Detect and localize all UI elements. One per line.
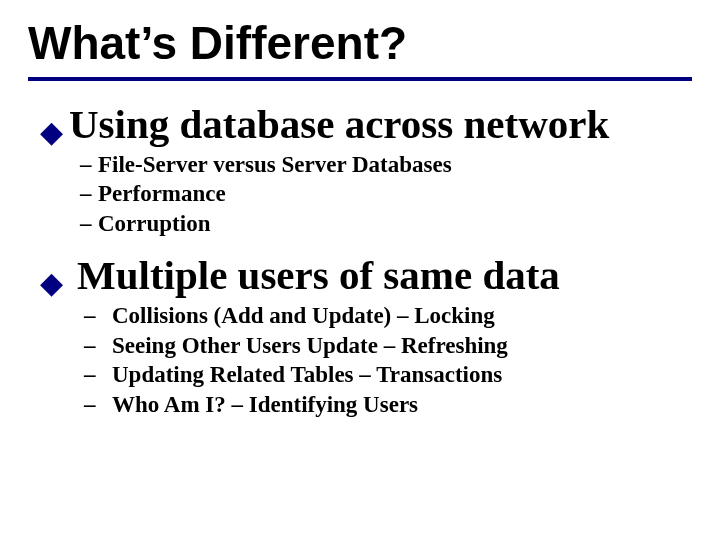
- title-underline: [28, 77, 692, 81]
- dash-bullet-icon: –: [84, 331, 112, 360]
- bullet-level1: ◆ Multiple users of same data: [40, 252, 692, 299]
- slide-title: What’s Different?: [28, 18, 692, 69]
- dash-bullet-icon: –: [80, 150, 98, 179]
- bullet-level2: – Performance: [80, 179, 692, 208]
- level1-text: Multiple users of same data: [77, 252, 560, 299]
- bullet-level2: – Corruption: [80, 209, 692, 238]
- level2-text: File-Server versus Server Databases: [98, 150, 452, 179]
- level2-text: Updating Related Tables – Transactions: [112, 360, 502, 389]
- bullet-level2: – File-Server versus Server Databases: [80, 150, 692, 179]
- dash-bullet-icon: –: [84, 301, 112, 330]
- diamond-bullet-icon: ◆: [40, 268, 63, 298]
- level2-text: Collisions (Add and Update) – Locking: [112, 301, 495, 330]
- dash-bullet-icon: –: [84, 360, 112, 389]
- bullet-level2: – Collisions (Add and Update) – Locking: [84, 301, 692, 330]
- level2-text: Performance: [98, 179, 226, 208]
- slide: What’s Different? ◆ Using database acros…: [0, 0, 720, 540]
- bullet-level2: – Updating Related Tables – Transactions: [84, 360, 692, 389]
- level2-text: Seeing Other Users Update – Refreshing: [112, 331, 508, 360]
- bullet-level1: ◆ Using database across network: [40, 101, 692, 148]
- sublist: – Collisions (Add and Update) – Locking …: [40, 301, 692, 419]
- dash-bullet-icon: –: [84, 390, 112, 419]
- slide-body: ◆ Using database across network – File-S…: [28, 101, 692, 419]
- bullet-level2: – Who Am I? – Identifying Users: [84, 390, 692, 419]
- dash-bullet-icon: –: [80, 209, 98, 238]
- bullet-level2: – Seeing Other Users Update – Refreshing: [84, 331, 692, 360]
- level2-text: Corruption: [98, 209, 210, 238]
- dash-bullet-icon: –: [80, 179, 98, 208]
- level1-text: Using database across network: [69, 101, 609, 148]
- level2-text: Who Am I? – Identifying Users: [112, 390, 418, 419]
- sublist: – File-Server versus Server Databases – …: [40, 150, 692, 238]
- diamond-bullet-icon: ◆: [40, 117, 63, 147]
